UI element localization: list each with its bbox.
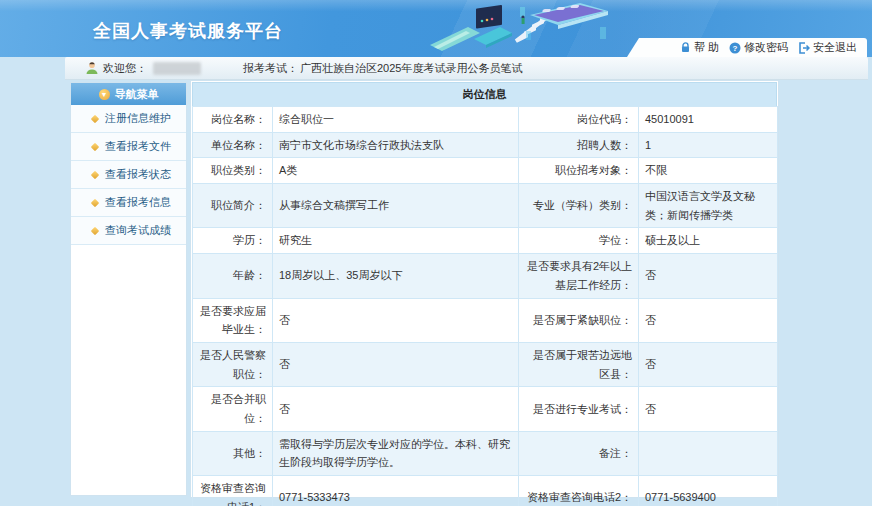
field-label: 职位招考对象：	[519, 158, 639, 184]
table-row: 其他： 需取得与学历层次专业对应的学位。本科、研究生阶段均取得学历学位。 备注：	[193, 431, 778, 475]
nav-menu-icon: ▼	[99, 89, 110, 100]
site-title: 全国人事考试服务平台	[93, 19, 283, 43]
field-value: 否	[273, 387, 519, 431]
field-value: A类	[273, 158, 519, 184]
masked-username	[153, 62, 201, 75]
table-row: 资格审查咨询电话1： 0771-5333473 资格审查咨询电话2： 0771-…	[193, 476, 778, 506]
sidebar-item-registration-info[interactable]: 注册信息维护	[71, 105, 186, 133]
field-value: 硕士及以上	[639, 228, 778, 254]
sidebar-item-label: 查询考试成绩	[105, 223, 171, 238]
help-link[interactable]: 帮 助	[680, 40, 719, 55]
sidebar-item-label: 查看报考文件	[105, 139, 171, 154]
welcome-bar: 欢迎您： 报考考试： 广西壮族自治区2025年度考试录用公务员笔试	[65, 57, 868, 80]
user-avatar-icon	[85, 61, 99, 75]
field-label: 资格审查咨询电话1：	[193, 476, 273, 506]
field-label: 其他：	[193, 431, 273, 475]
field-label: 职位类别：	[193, 158, 273, 184]
helper-bar: 帮 助 ? 修改密码 安全退出	[627, 38, 867, 57]
sidebar-item-label: 查看报考信息	[105, 195, 171, 210]
help-label: 帮 助	[694, 40, 719, 55]
field-value: 否	[273, 342, 519, 386]
sidebar-item-label: 注册信息维护	[105, 111, 171, 126]
table-row: 岗位名称： 综合职位一 岗位代码： 45010091	[193, 107, 778, 133]
banner-illustration	[430, 1, 635, 57]
table-row: 职位类别： A类 职位招考对象： 不限	[193, 158, 778, 184]
field-value: 18周岁以上、35周岁以下	[273, 254, 519, 298]
field-label: 是否要求应届毕业生：	[193, 298, 273, 342]
field-value: 不限	[639, 158, 778, 184]
field-value: 否	[639, 387, 778, 431]
bullet-icon	[91, 198, 99, 206]
welcome-greeting: 欢迎您：	[103, 61, 147, 76]
logout-label: 安全退出	[813, 40, 857, 55]
sidebar-item-query-exam-results[interactable]: 查询考试成绩	[71, 217, 186, 245]
field-value: 南宁市文化市场综合行政执法支队	[273, 132, 519, 158]
field-value: 否	[273, 298, 519, 342]
section-title: 岗位信息	[192, 82, 777, 106]
logout-link[interactable]: 安全退出	[798, 40, 857, 55]
field-label: 备注：	[519, 431, 639, 475]
table-row: 是否合并职位： 否 是否进行专业考试： 否	[193, 387, 778, 431]
question-icon: ?	[729, 42, 741, 54]
field-label: 专业（学科）类别：	[519, 184, 639, 228]
field-value: 中国汉语言文学及文秘类；新闻传播学类	[639, 184, 778, 228]
field-value: 否	[639, 342, 778, 386]
sidebar-header: ▼ 导航菜单	[71, 83, 186, 105]
svg-text:?: ?	[733, 43, 738, 52]
field-label: 岗位名称：	[193, 107, 273, 133]
field-label: 年龄：	[193, 254, 273, 298]
field-value	[639, 431, 778, 475]
field-label: 是否合并职位：	[193, 387, 273, 431]
table-row: 年龄： 18周岁以上、35周岁以下 是否要求具有2年以上基层工作经历： 否	[193, 254, 778, 298]
field-label: 职位简介：	[193, 184, 273, 228]
table-row: 是否要求应届毕业生： 否 是否属于紧缺职位： 否	[193, 298, 778, 342]
sidebar-item-label: 查看报考状态	[105, 167, 171, 182]
table-row: 单位名称： 南宁市文化市场综合行政执法支队 招聘人数： 1	[193, 132, 778, 158]
sidebar-item-view-application-info[interactable]: 查看报考信息	[71, 189, 186, 217]
field-label: 资格审查咨询电话2：	[519, 476, 639, 506]
field-value: 需取得与学历层次专业对应的学位。本科、研究生阶段均取得学历学位。	[273, 431, 519, 475]
logout-icon	[798, 42, 810, 54]
field-value: 从事综合文稿撰写工作	[273, 184, 519, 228]
field-label: 是否要求具有2年以上基层工作经历：	[519, 254, 639, 298]
change-password-label: 修改密码	[744, 40, 788, 55]
field-value: 45010091	[639, 107, 778, 133]
change-password-link[interactable]: ? 修改密码	[729, 40, 788, 55]
bullet-icon	[91, 142, 99, 150]
field-value: 综合职位一	[273, 107, 519, 133]
field-value: 否	[639, 298, 778, 342]
bullet-icon	[91, 170, 99, 178]
bullet-icon	[91, 226, 99, 234]
bullet-icon	[91, 114, 99, 122]
field-value: 0771-5639400	[639, 476, 778, 506]
exam-name: 广西壮族自治区2025年度考试录用公务员笔试	[300, 61, 522, 76]
table-row: 是否人民警察职位： 否 是否属于艰苦边远地区县： 否	[193, 342, 778, 386]
exam-label: 报考考试：	[243, 61, 298, 76]
sidebar-header-label: 导航菜单	[115, 87, 159, 102]
field-label: 学位：	[519, 228, 639, 254]
lock-icon	[680, 42, 691, 53]
field-label: 学历：	[193, 228, 273, 254]
field-label: 是否属于紧缺职位：	[519, 298, 639, 342]
table-row: 学历： 研究生 学位： 硕士及以上	[193, 228, 778, 254]
sidebar-item-view-application-status[interactable]: 查看报考状态	[71, 161, 186, 189]
table-row: 职位简介： 从事综合文稿撰写工作 专业（学科）类别： 中国汉语言文学及文秘类；新…	[193, 184, 778, 228]
sidebar-item-view-exam-documents[interactable]: 查看报考文件	[71, 133, 186, 161]
field-value: 否	[639, 254, 778, 298]
field-value: 1	[639, 132, 778, 158]
position-info-panel: 岗位信息 岗位名称： 综合职位一 岗位代码： 45010091 单位名称： 南宁…	[190, 80, 779, 498]
field-label: 单位名称：	[193, 132, 273, 158]
field-label: 是否进行专业考试：	[519, 387, 639, 431]
field-label: 是否人民警察职位：	[193, 342, 273, 386]
sidebar: ▼ 导航菜单 注册信息维护 查看报考文件 查看报考状态 查看报考信息 查询考试成…	[70, 82, 187, 496]
position-info-table: 岗位名称： 综合职位一 岗位代码： 45010091 单位名称： 南宁市文化市场…	[192, 106, 778, 506]
field-value: 研究生	[273, 228, 519, 254]
field-value: 0771-5333473	[273, 476, 519, 506]
field-label: 是否属于艰苦边远地区县：	[519, 342, 639, 386]
field-label: 招聘人数：	[519, 132, 639, 158]
field-label: 岗位代码：	[519, 107, 639, 133]
